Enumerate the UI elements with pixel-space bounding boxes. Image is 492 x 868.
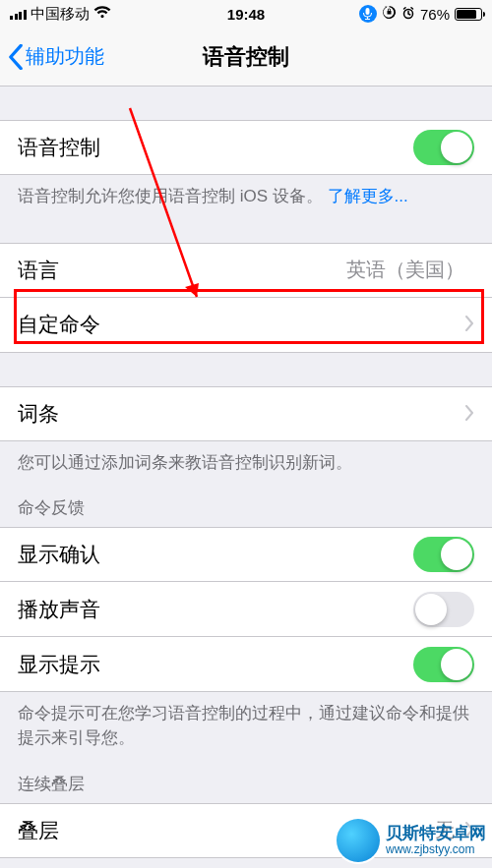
show-hints-label: 显示提示 [18, 651, 413, 678]
command-feedback-header: 命令反馈 [0, 475, 492, 527]
language-value: 英语（美国） [346, 257, 464, 283]
orientation-lock-icon [382, 5, 397, 23]
chevron-right-icon [464, 313, 474, 336]
vocabulary-row[interactable]: 词条 [0, 386, 492, 441]
custom-commands-row[interactable]: 自定命令 [0, 298, 492, 353]
watermark-logo-icon [337, 819, 380, 862]
learn-more-link[interactable]: 了解更多... [328, 187, 408, 205]
voice-control-footer: 语音控制允许您使用语音控制 iOS 设备。 了解更多... [0, 175, 492, 209]
wifi-icon [93, 5, 111, 23]
battery-percent: 76% [420, 6, 450, 23]
nav-bar: 辅助功能 语音控制 [0, 28, 492, 87]
vocabulary-footer: 您可以通过添加词条来教语音控制识别新词。 [0, 441, 492, 476]
voice-control-label: 语音控制 [18, 134, 413, 161]
show-hints-row[interactable]: 显示提示 [0, 637, 492, 692]
watermark-name: 贝斯特安卓网 [386, 825, 486, 843]
status-right: 76% [265, 5, 482, 23]
chevron-left-icon [8, 44, 24, 70]
show-hints-footer: 命令提示可在您学习语音控制的过程中，通过建议命令和提供提示来引导您。 [0, 692, 492, 750]
chevron-right-icon [464, 402, 474, 426]
play-sound-switch[interactable] [413, 592, 474, 627]
continuous-overlay-header: 连续叠层 [0, 751, 492, 803]
back-button[interactable]: 辅助功能 [8, 43, 104, 70]
signal-icon [10, 8, 27, 20]
watermark: 贝斯特安卓网 www.zjbstyy.com [337, 819, 486, 862]
status-left: 中国移动 [10, 5, 227, 24]
watermark-url: www.zjbstyy.com [386, 843, 486, 856]
battery-icon [455, 8, 482, 21]
show-confirmation-row[interactable]: 显示确认 [0, 527, 492, 582]
voice-control-active-icon [359, 5, 377, 23]
status-bar: 中国移动 19:48 76% [0, 0, 492, 28]
play-sound-label: 播放声音 [18, 596, 413, 623]
carrier-label: 中国移动 [31, 5, 90, 24]
back-label: 辅助功能 [26, 43, 104, 70]
language-label: 语言 [18, 257, 346, 284]
custom-commands-label: 自定命令 [18, 311, 464, 338]
language-row[interactable]: 语言 英语（美国） [0, 243, 492, 298]
voice-control-toggle-row[interactable]: 语音控制 [0, 120, 492, 175]
voice-control-switch[interactable] [413, 130, 474, 165]
show-confirmation-label: 显示确认 [18, 541, 413, 568]
show-hints-switch[interactable] [413, 647, 474, 682]
alarm-icon [401, 6, 415, 23]
status-time: 19:48 [227, 6, 265, 23]
show-confirmation-switch[interactable] [413, 537, 474, 572]
vocabulary-label: 词条 [18, 400, 464, 428]
play-sound-row[interactable]: 播放声音 [0, 582, 492, 637]
